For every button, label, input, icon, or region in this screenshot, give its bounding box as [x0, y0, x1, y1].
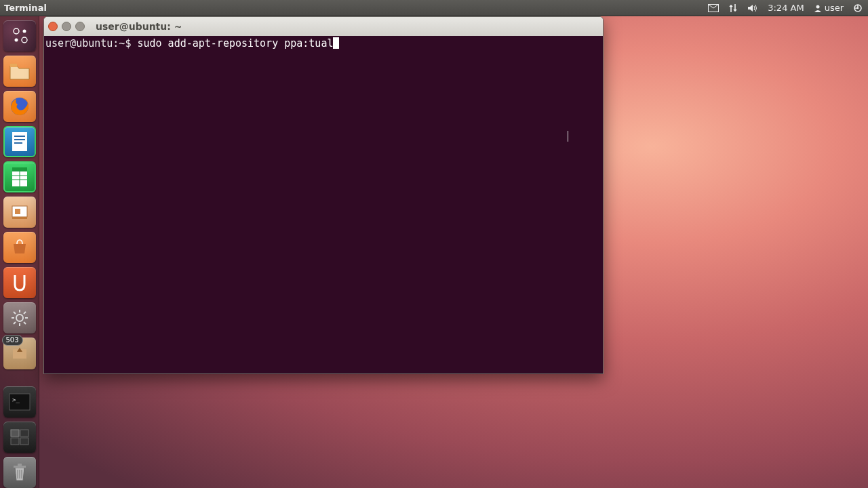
minimize-icon[interactable] — [62, 22, 71, 31]
svg-rect-21 — [12, 217, 27, 219]
terminal-cursor — [333, 37, 339, 49]
terminal-command: sudo add-apt-repository ppa:tual — [137, 37, 333, 49]
update-badge: 503 — [2, 335, 23, 346]
svg-rect-35 — [20, 430, 28, 436]
launcher-terminal[interactable]: >_ — [3, 386, 36, 418]
svg-point-5 — [22, 30, 26, 33]
text-caret — [568, 131, 568, 142]
network-icon[interactable] — [728, 3, 738, 13]
power-icon[interactable] — [853, 3, 863, 13]
svg-text:>_: >_ — [12, 396, 20, 403]
svg-rect-34 — [11, 430, 19, 436]
svg-rect-13 — [14, 142, 22, 144]
svg-rect-38 — [14, 466, 26, 468]
launcher-settings[interactable] — [3, 302, 36, 333]
svg-rect-8 — [10, 64, 17, 67]
top-panel: Terminal 3:24 AM user — [0, 0, 868, 16]
launcher-impress[interactable] — [3, 197, 36, 228]
svg-rect-37 — [20, 438, 28, 445]
launcher-calc[interactable] — [3, 161, 36, 192]
launcher-dash[interactable] — [3, 20, 36, 52]
svg-rect-10 — [12, 132, 27, 151]
terminal-prompt: user@ubuntu:~$ — [45, 37, 137, 49]
svg-rect-36 — [11, 438, 19, 445]
active-app-name: Terminal — [0, 3, 47, 13]
svg-line-30 — [24, 312, 26, 314]
launcher-workspace-switcher[interactable] — [3, 422, 36, 453]
mail-icon[interactable] — [708, 4, 719, 12]
svg-line-28 — [24, 322, 26, 324]
svg-rect-39 — [18, 464, 22, 466]
close-icon[interactable] — [48, 22, 58, 31]
svg-point-4 — [14, 28, 19, 34]
svg-point-22 — [16, 314, 23, 321]
window-title: user@ubuntu: ~ — [96, 21, 182, 32]
maximize-icon[interactable] — [75, 22, 85, 31]
unity-launcher: 503 >_ — [0, 16, 39, 488]
user-name: user — [825, 3, 844, 13]
svg-rect-20 — [15, 209, 20, 214]
terminal-body[interactable]: user@ubuntu:~$ sudo add-apt-repository p… — [44, 36, 603, 373]
svg-line-29 — [14, 322, 16, 324]
svg-point-1 — [816, 5, 819, 8]
sound-icon[interactable] — [747, 3, 758, 13]
launcher-firefox[interactable] — [3, 91, 36, 122]
svg-point-6 — [14, 39, 18, 42]
clock[interactable]: 3:24 AM — [768, 3, 804, 13]
svg-rect-12 — [14, 139, 25, 140]
launcher-files[interactable] — [3, 56, 36, 87]
terminal-window: user@ubuntu: ~ user@ubuntu:~$ sudo add-a… — [43, 16, 604, 374]
user-icon[interactable]: user — [814, 3, 844, 13]
launcher-trash[interactable] — [3, 457, 36, 488]
svg-point-7 — [22, 37, 27, 43]
svg-point-3 — [857, 7, 859, 8]
launcher-ubuntu-one[interactable] — [3, 267, 36, 298]
svg-line-27 — [14, 312, 16, 314]
svg-rect-15 — [12, 167, 27, 171]
launcher-update-manager[interactable]: 503 — [3, 338, 36, 369]
svg-rect-11 — [14, 136, 25, 137]
launcher-writer[interactable] — [3, 126, 36, 157]
window-titlebar[interactable]: user@ubuntu: ~ — [44, 17, 603, 36]
launcher-software-center[interactable] — [3, 232, 36, 263]
